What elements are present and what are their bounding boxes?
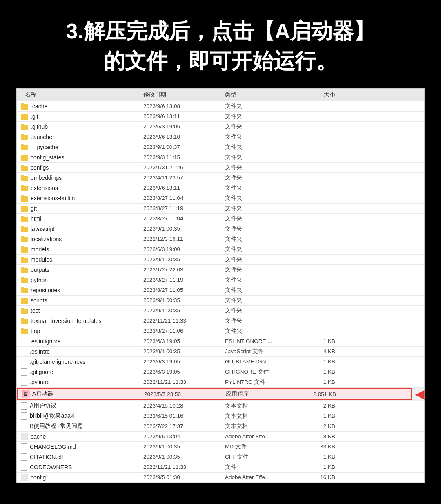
table-row[interactable]: tmp 2023/8/27 11:06 文件夹 [17, 326, 424, 336]
table-row[interactable]: B使用教程+常见问题 2023/7/22 17:37 文本文档 2 KB [17, 421, 424, 432]
list-item[interactable]: textual_inversion_templates 2022/11/21 1… [17, 316, 424, 326]
file-name-cell: config [17, 474, 143, 481]
list-item[interactable]: .gitignore 2023/6/3 19:05 GITIGNORE 文件 1… [17, 367, 424, 377]
table-row[interactable]: .eslintignore 2023/6/3 19:05 ESLINTIGNOR… [17, 336, 424, 347]
table-row[interactable]: __pycache__ 2023/9/1 00:37 文件夹 [17, 142, 424, 152]
file-date-cell: 2023/6/15 01:16 [143, 413, 225, 419]
table-row[interactable]: embeddings 2023/4/11 23:57 文件夹 [17, 173, 424, 183]
file-name-text: embeddings [31, 175, 62, 181]
file-type-cell: 文件夹 [225, 287, 298, 294]
list-item[interactable]: modules 2023/9/1 00:35 文件夹 [17, 255, 424, 265]
list-item[interactable]: .eslintrc 2023/9/1 00:35 JavaScript 文件 4… [17, 347, 424, 357]
table-row[interactable]: javascript 2023/9/1 00:35 文件夹 [17, 224, 424, 234]
table-row[interactable]: models 2023/6/3 19:00 文件夹 [17, 244, 424, 255]
list-item[interactable]: .github 2023/6/3 19:05 文件夹 [17, 122, 424, 132]
list-item[interactable]: localizations 2022/12/3 16:11 文件夹 [17, 234, 424, 244]
folder-icon [21, 298, 28, 303]
list-item[interactable]: __pycache__ 2023/9/1 00:37 文件夹 [17, 142, 424, 152]
table-row[interactable]: A用户协议 2023/4/15 10:28 文本文档 2 KB [17, 401, 424, 411]
table-row[interactable]: CHANGELOG.md 2023/9/1 00:35 MD 文件 33 KB [17, 442, 424, 452]
table-row[interactable]: localizations 2022/12/3 16:11 文件夹 [17, 234, 424, 244]
list-item[interactable]: bilibili@秋果aaaki 2023/6/15 01:16 文本文档 1 … [17, 411, 424, 421]
cache-icon [21, 433, 28, 440]
list-item[interactable]: scripts 2023/9/1 00:35 文件夹 [17, 296, 424, 306]
table-row[interactable]: python 2023/8/27 11:19 文件夹 [17, 275, 424, 285]
file-icon [21, 358, 27, 365]
table-row[interactable]: textual_inversion_templates 2022/11/21 1… [17, 316, 424, 326]
file-name-text: cache [31, 433, 46, 440]
list-item[interactable]: .launcher 2023/9/6 13:10 文件夹 [17, 132, 424, 142]
list-item[interactable]: tmp 2023/8/27 11:06 文件夹 [17, 326, 424, 336]
file-name-text: .gitignore [30, 369, 53, 375]
file-name-text: A启动器 [32, 390, 53, 398]
list-item[interactable]: .git-blame-ignore-revs 2023/6/3 19:05 GI… [17, 357, 424, 367]
table-row[interactable]: bilibili@秋果aaaki 2023/6/15 01:16 文本文档 1 … [17, 411, 424, 421]
table-row[interactable]: CITATION.cff 2023/9/1 00:35 CFF 文件 1 KB [17, 452, 424, 462]
list-item[interactable]: .git 2023/9/6 13:11 文件夹 [17, 112, 424, 122]
list-item[interactable]: python 2023/8/27 11:19 文件夹 [17, 275, 424, 285]
list-item[interactable]: configs 2023/1/31 21:46 文件夹 [17, 163, 424, 173]
table-row[interactable]: git 2023/8/27 11:19 文件夹 [17, 204, 424, 214]
table-row[interactable]: scripts 2023/9/1 00:35 文件夹 [17, 296, 424, 306]
table-row[interactable]: CODEOWNERS 2022/11/21 11:33 文件 1 KB [17, 462, 424, 473]
list-item[interactable]: cache 2023/9/6 13:04 Adobe After Effe...… [17, 432, 424, 442]
table-row[interactable]: outputs 2023/1/27 22:03 文件夹 [17, 265, 424, 275]
cache-icon [21, 474, 28, 481]
file-size-cell: 1 KB [298, 413, 339, 419]
table-row[interactable]: modules 2023/9/1 00:35 文件夹 [17, 255, 424, 265]
list-item[interactable]: extensions 2023/9/6 13:11 文件夹 [17, 183, 424, 193]
table-row[interactable]: .git 2023/9/6 13:11 文件夹 [17, 112, 424, 122]
table-row[interactable]: .git-blame-ignore-revs 2023/6/3 19:05 GI… [17, 357, 424, 367]
table-row[interactable]: .github 2023/6/3 19:05 文件夹 [17, 122, 424, 132]
table-row[interactable]: config_states 2023/9/3 11:15 文件夹 [17, 152, 424, 163]
list-item[interactable]: .eslintignore 2023/6/3 19:05 ESLINTIGNOR… [17, 336, 424, 347]
list-item[interactable]: config_states 2023/9/3 11:15 文件夹 [17, 152, 424, 163]
folder-icon [21, 103, 28, 109]
file-name-cell: .cache [17, 103, 143, 110]
table-row[interactable]: config 2023/9/5 01:30 Adobe After Effe..… [17, 473, 424, 483]
list-item[interactable]: .pylintrc 2022/11/21 11:33 PYLINTRC 文件 1… [17, 377, 424, 388]
file-name-cell: scripts [17, 297, 143, 304]
table-row[interactable]: .eslintrc 2023/9/1 00:35 JavaScript 文件 4… [17, 347, 424, 357]
file-icon [21, 402, 27, 410]
table-row[interactable]: extensions-builtin 2023/8/27 11:04 文件夹 [17, 193, 424, 204]
table-row[interactable]: extensions 2023/9/6 13:11 文件夹 [17, 183, 424, 193]
table-row[interactable]: html 2023/8/27 11:04 文件夹 [17, 214, 424, 224]
table-row[interactable]: configs 2023/1/31 21:46 文件夹 [17, 163, 424, 173]
list-item[interactable]: javascript 2023/9/1 00:35 文件夹 [17, 224, 424, 234]
list-item[interactable]: outputs 2023/1/27 22:03 文件夹 [17, 265, 424, 275]
table-row[interactable]: test 2023/9/1 00:35 文件夹 [17, 306, 424, 316]
list-item[interactable]: repositories 2023/8/27 11:05 文件夹 [17, 285, 424, 296]
list-item[interactable]: html 2023/8/27 11:04 文件夹 [17, 214, 424, 224]
list-item[interactable]: 🖼 A启动器 2023/5/7 23:50 应用程序 2,051 KB ◀ [17, 388, 424, 401]
list-item[interactable]: extensions-builtin 2023/8/27 11:04 文件夹 [17, 193, 424, 204]
list-item[interactable]: .cache 2023/9/6 13:08 文件夹 [17, 101, 424, 112]
file-date-cell: 2023/7/22 17:37 [143, 423, 225, 429]
table-row[interactable]: .pylintrc 2022/11/21 11:33 PYLINTRC 文件 1… [17, 377, 424, 388]
file-name-cell: .launcher [17, 134, 143, 140]
list-item[interactable]: A用户协议 2023/4/15 10:28 文本文档 2 KB [17, 401, 424, 411]
file-name-cell: config_states [17, 154, 143, 161]
table-row[interactable]: repositories 2023/8/27 11:05 文件夹 [17, 285, 424, 296]
list-item[interactable]: CODEOWNERS 2022/11/21 11:33 文件 1 KB [17, 462, 424, 473]
list-item[interactable]: CHANGELOG.md 2023/9/1 00:35 MD 文件 33 KB [17, 442, 424, 452]
list-item[interactable]: git 2023/8/27 11:19 文件夹 [17, 204, 424, 214]
file-name-cell: python [17, 277, 143, 283]
file-type-cell: ESLINTIGNORE ... [225, 338, 298, 344]
table-row[interactable]: 🖼 A启动器 2023/5/7 23:50 应用程序 2,051 KB [17, 388, 412, 400]
table-row[interactable]: .cache 2023/9/6 13:08 文件夹 [17, 101, 424, 112]
list-item[interactable]: test 2023/9/1 00:35 文件夹 [17, 306, 424, 316]
table-row[interactable]: .gitignore 2023/6/3 19:05 GITIGNORE 文件 1… [17, 367, 424, 377]
list-item[interactable]: CITATION.cff 2023/9/1 00:35 CFF 文件 1 KB [17, 452, 424, 462]
list-item[interactable]: embeddings 2023/4/11 23:57 文件夹 [17, 173, 424, 183]
list-item[interactable]: models 2023/6/3 19:00 文件夹 [17, 244, 424, 255]
file-name-cell: cache [17, 433, 143, 440]
folder-icon [21, 206, 28, 211]
file-name-cell: localizations [17, 236, 143, 242]
list-item[interactable]: config 2023/9/5 01:30 Adobe After Effe..… [17, 473, 424, 483]
list-item[interactable]: B使用教程+常见问题 2023/7/22 17:37 文本文档 2 KB [17, 421, 424, 432]
table-row[interactable]: .launcher 2023/9/6 13:10 文件夹 [17, 132, 424, 142]
table-row[interactable]: cache 2023/9/6 13:04 Adobe After Effe...… [17, 432, 424, 442]
highlight-arrow-icon: ◀ [415, 388, 424, 401]
file-size-cell: 2 KB [298, 423, 339, 429]
